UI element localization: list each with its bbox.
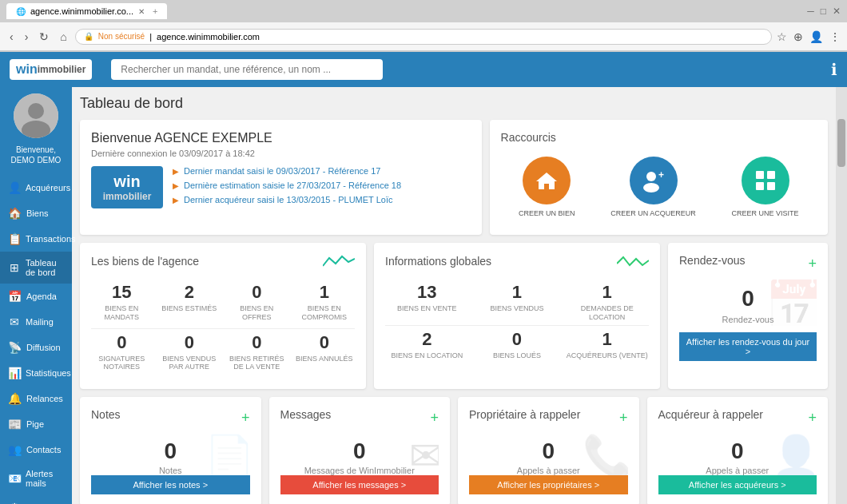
bookmark-star-icon[interactable]: ☆	[777, 30, 787, 43]
security-label: Non sécurisé	[98, 32, 145, 41]
avatar	[14, 93, 58, 138]
sidebar-item-mailing[interactable]: ✉ Mailing	[0, 309, 72, 335]
messages-plus-btn[interactable]: +	[430, 410, 439, 427]
close-icon[interactable]: ✕	[833, 6, 841, 17]
search-input[interactable]	[111, 59, 383, 80]
notes-afficher-button[interactable]: Afficher les notes >	[91, 475, 250, 494]
extension-icon[interactable]: ⊕	[793, 30, 803, 43]
restore-icon[interactable]: □	[821, 6, 826, 17]
relances-icon: 🔔	[8, 392, 22, 405]
svg-text:+: +	[658, 169, 664, 181]
infos-globales-card: Informations globales 13 BIENS EN VENTE …	[374, 243, 660, 389]
welcome-link-text-1: Dernière estimation saisie le 27/03/2017…	[184, 181, 401, 190]
sidebar-item-transactions[interactable]: 📋 Transactions	[0, 226, 72, 252]
reload-button[interactable]: ↻	[36, 29, 52, 45]
sidebar-label-tableau: Tableau de bord	[26, 258, 64, 277]
logo-area[interactable]: win immobilier	[10, 59, 92, 80]
sidebar: Bienvenue, DEMO DEMO 👤 Acquéreurs 🏠 Bien…	[0, 87, 72, 504]
sidebar-item-statistiques[interactable]: 📊 Statistiques	[0, 360, 72, 386]
proprietaire-plus-btn[interactable]: +	[619, 410, 628, 427]
welcome-card: Bienvenue AGENCE EXEMPLE Dernière connex…	[80, 120, 482, 235]
biens-agence-header: Les biens de l'agence	[91, 254, 355, 274]
sidebar-label-biens: Biens	[26, 208, 49, 218]
scrollbar-thumb[interactable]	[837, 119, 845, 167]
svg-point-3	[646, 172, 656, 181]
svg-rect-9	[767, 182, 775, 190]
stats-divider	[91, 328, 355, 329]
biens-stats-row1: 15 BIENS EN MANDATS 2 BIENS ESTIMÉS 0 BI…	[91, 282, 355, 322]
scrollbar[interactable]	[836, 87, 847, 504]
menu-icon[interactable]: ⋮	[829, 30, 841, 43]
rdv-header: Rendez-vous +	[679, 254, 817, 273]
tab-close-icon[interactable]: ✕	[138, 7, 145, 16]
biens-icon: 🏠	[8, 207, 22, 220]
sidebar-item-alertes[interactable]: 📧 Alertes mails	[0, 462, 72, 494]
acquereur-title: Acquéreur à rappeler	[658, 408, 764, 421]
stat-biens-compromis: 1 BIENS EN COMPROMIS	[294, 282, 356, 322]
stat-biens-vente: 13 BIENS EN VENTE	[385, 282, 469, 322]
welcome-content: win immobilier ▶ Dernier mandat saisi le…	[91, 166, 471, 209]
home-button[interactable]: ⌂	[57, 29, 70, 45]
infos-globales-title: Informations globales	[385, 255, 491, 268]
sidebar-item-parametres[interactable]: ⚙ Paramètres	[0, 494, 72, 504]
forward-button[interactable]: ›	[22, 29, 32, 45]
user-greeting: Bienvenue, DEMO DEMO	[0, 141, 72, 169]
address-divider: |	[149, 32, 152, 42]
profile-icon[interactable]: 👤	[809, 30, 823, 43]
messages-card: Messages + 0 Messages de WinImmobilier ✉…	[269, 397, 451, 504]
acquereur-bg-icon: 👤	[771, 433, 817, 475]
messages-afficher-button[interactable]: Afficher les messages >	[280, 475, 439, 494]
transactions-icon: 📋	[8, 232, 21, 245]
infos-stats-row2: 2 BIENS EN LOCATION 0 BIENS LOUÉS 1 ACQU…	[385, 329, 649, 360]
stat-retires-vente: 0 BIENS RETIRÉS DE LA VENTE	[226, 332, 288, 372]
infos-stats-row1: 13 BIENS EN VENTE 1 BIENS VENDUS 1 DEMAN…	[385, 282, 649, 322]
proprietaire-afficher-button[interactable]: Afficher les propriétaires >	[469, 475, 628, 494]
logo-win: win	[16, 62, 38, 77]
shortcut-creer-visite[interactable]: CREER UNE VISITE	[732, 157, 799, 217]
sidebar-item-diffusion[interactable]: 📡 Diffusion	[0, 335, 72, 360]
shortcut-creer-bien[interactable]: CREER UN BIEN	[519, 157, 575, 217]
welcome-link-0[interactable]: ▶ Dernier mandat saisi le 09/03/2017 - R…	[173, 166, 471, 176]
acquereur-afficher-button[interactable]: Afficher les acquéreurs >	[658, 475, 817, 494]
rdv-bg-icon: 📅	[765, 278, 817, 326]
shortcuts-title: Raccourcis	[501, 131, 817, 144]
contacts-icon: 👥	[8, 443, 22, 456]
welcome-title: Bienvenue AGENCE EXEMPLE	[91, 131, 471, 145]
welcome-link-2[interactable]: ▶ Dernier acquéreur saisi le 13/03/2015 …	[173, 195, 471, 204]
acquereur-plus-btn[interactable]: +	[808, 410, 817, 427]
sidebar-item-biens[interactable]: 🏠 Biens	[0, 200, 72, 226]
sidebar-item-relances[interactable]: 🔔 Relances	[0, 386, 72, 411]
address-bar[interactable]: 🔒 Non sécurisé | agence.winimmobilier.co…	[75, 29, 772, 45]
back-button[interactable]: ‹	[6, 29, 17, 45]
notes-plus-btn[interactable]: +	[241, 410, 250, 427]
minimize-icon[interactable]: ─	[807, 6, 814, 17]
sidebar-item-tableau[interactable]: ⊞ Tableau de bord	[0, 252, 72, 284]
stat-biens-offres: 0 BIENS EN OFFRES	[226, 282, 288, 322]
search-area[interactable]	[111, 59, 383, 80]
sidebar-item-pige[interactable]: 📰 Pige	[0, 411, 72, 437]
sidebar-item-acquereurs[interactable]: 👤 Acquéreurs	[0, 175, 72, 200]
notes-title: Notes	[91, 408, 121, 421]
welcome-link-1[interactable]: ▶ Dernière estimation saisie le 27/03/20…	[173, 181, 471, 190]
svg-rect-8	[756, 182, 764, 190]
sidebar-label-agenda: Agenda	[26, 292, 57, 301]
rdv-afficher-button[interactable]: Afficher les rendez-vous du jour >	[679, 332, 817, 361]
avatar-image	[14, 93, 58, 138]
browser-tab[interactable]: 🌐 agence.winimmobilier.co... ✕ +	[6, 3, 167, 19]
logo-immo: immobilier	[38, 64, 86, 75]
info-icon[interactable]: ℹ	[831, 60, 837, 79]
rdv-plus-btn[interactable]: +	[808, 256, 817, 272]
stat-annules: 0 BIENS ANNULÉS	[294, 332, 356, 372]
new-tab-icon[interactable]: +	[153, 6, 157, 16]
row-welcome: Bienvenue AGENCE EXEMPLE Dernière connex…	[80, 120, 828, 235]
sidebar-item-contacts[interactable]: 👥 Contacts	[0, 437, 72, 462]
win-logo-big: win immobilier	[91, 166, 163, 209]
sidebar-item-agenda[interactable]: 📅 Agenda	[0, 284, 72, 309]
address-text: agence.winimmobilier.com	[157, 32, 260, 42]
row-stats: Les biens de l'agence 15 BIENS EN MANDAT…	[80, 243, 828, 389]
statistiques-icon: 📊	[8, 367, 21, 379]
shortcut-icon-visite	[742, 157, 789, 204]
shortcut-creer-acquereur[interactable]: + CREER UN ACQUEREUR	[610, 157, 696, 217]
infos-divider	[385, 325, 649, 326]
top-navigation: win immobilier ℹ	[0, 52, 847, 87]
